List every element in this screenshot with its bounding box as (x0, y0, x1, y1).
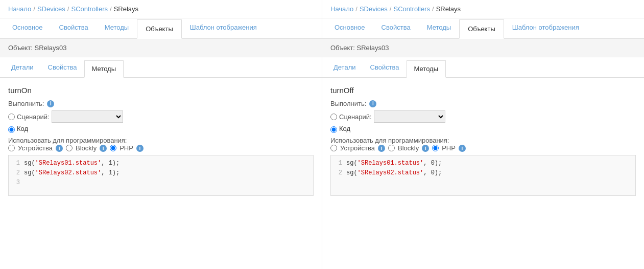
sub-tabs: ДеталиСвойстваМетоды (0, 59, 322, 78)
breadcrumb: Начало/SDevices/SControllers/SRelays (322, 0, 644, 18)
breadcrumb-separator: / (67, 5, 69, 13)
execute-label: Выполнить: (330, 100, 366, 107)
prog-label-устройства: Устройства (340, 144, 375, 152)
sub-tab-свойства[interactable]: Свойства (41, 59, 84, 78)
radio-code[interactable] (330, 126, 337, 133)
scenario-row: Сценарий: (330, 110, 636, 123)
breadcrumb-item-1[interactable]: SDevices (360, 5, 388, 13)
sub-tab-свойства[interactable]: Свойства (363, 59, 407, 78)
line-number: 2 (13, 168, 20, 178)
tab-объекты[interactable]: Объекты (137, 19, 182, 39)
code-label: Код (17, 125, 28, 132)
code-text: sg('SRelays02.status', 0); (346, 168, 442, 178)
breadcrumb-item-1[interactable]: SDevices (37, 5, 65, 13)
code-label: Код (339, 125, 350, 132)
object-title: Объект: SRelays03 (0, 39, 322, 57)
prog-label-blockly: Blockly (398, 144, 419, 152)
tab-методы[interactable]: Методы (97, 18, 137, 39)
info-icon-blockly[interactable]: i (100, 145, 107, 152)
programming-options-row: УстройстваiBlocklyiPHPi (330, 144, 636, 152)
radio-prog-устройства[interactable] (8, 145, 15, 151)
code-text: sg('SRelays01.status', 0); (346, 159, 442, 168)
method-title: turnOn (8, 86, 314, 95)
breadcrumb-separator: / (432, 5, 434, 13)
radio-prog-php[interactable] (432, 145, 439, 151)
info-icon-устройства[interactable]: i (378, 145, 385, 152)
panel-left: Начало/SDevices/SControllers/SRelaysОсно… (0, 0, 322, 269)
breadcrumb-separator: / (355, 5, 357, 13)
line-number: 1 (13, 159, 20, 168)
info-icon-php[interactable]: i (136, 145, 144, 152)
execute-info-icon[interactable]: i (369, 100, 376, 107)
execute-info-icon[interactable]: i (47, 100, 54, 107)
main-container: Начало/SDevices/SControllers/SRelaysОсно… (0, 0, 644, 269)
code-line: 2sg('SRelays02.status', 0); (335, 168, 631, 178)
line-number: 1 (335, 159, 342, 168)
use-for-label: Использовать для программирования: (8, 137, 314, 144)
tab-свойства[interactable]: Свойства (51, 18, 97, 39)
panel-right: Начало/SDevices/SControllers/SRelaysОсно… (322, 0, 644, 269)
sub-tab-детали[interactable]: Детали (326, 59, 363, 78)
scenario-select[interactable] (374, 110, 445, 123)
sub-tabs: ДеталиСвойстваМетоды (322, 59, 644, 78)
scenario-row: Сценарий: (8, 110, 314, 123)
tab-свойства[interactable]: Свойства (373, 18, 419, 39)
breadcrumb-item-0[interactable]: Начало (8, 5, 31, 13)
breadcrumb-item-3: SRelays (436, 5, 461, 13)
code-line: 2sg('SRelays02.status', 1); (13, 168, 309, 178)
info-icon-php[interactable]: i (459, 145, 466, 152)
tab-методы[interactable]: Методы (419, 18, 459, 39)
breadcrumb-item-0[interactable]: Начало (330, 5, 353, 13)
scenario-select[interactable] (52, 110, 123, 123)
method-content: turnOnВыполнить:iСценарий:КодИспользоват… (0, 78, 322, 269)
prog-label-php: PHP (120, 144, 133, 152)
use-for-label: Использовать для программирования: (330, 137, 636, 144)
prog-label-устройства: Устройства (18, 144, 53, 152)
breadcrumb-item-3: SRelays (114, 5, 138, 13)
code-text: sg('SRelays01.status', 1); (24, 159, 120, 168)
info-icon-устройства[interactable]: i (56, 145, 63, 152)
code-radio-row: Код (330, 125, 636, 134)
main-tabs: ОсновноеСвойстваМетодыОбъектыШаблон отоб… (0, 18, 322, 39)
prog-label-blockly: Blockly (76, 144, 97, 152)
sub-tab-методы[interactable]: Методы (84, 60, 124, 78)
method-title: turnOff (330, 86, 636, 95)
tab-основное[interactable]: Основное (4, 18, 51, 39)
main-tabs: ОсновноеСвойстваМетодыОбъектыШаблон отоб… (322, 18, 644, 39)
programming-options-row: УстройстваiBlocklyiPHPi (8, 144, 314, 152)
breadcrumb-item-2[interactable]: SControllers (71, 5, 108, 13)
tab-шаблон-отображения[interactable]: Шаблон отображения (504, 18, 587, 39)
breadcrumb-separator: / (33, 5, 35, 13)
sub-tab-детали[interactable]: Детали (4, 59, 41, 78)
tab-объекты[interactable]: Объекты (459, 19, 504, 39)
execute-label: Выполнить: (8, 100, 44, 107)
line-number: 3 (13, 178, 20, 188)
radio-code[interactable] (8, 126, 15, 133)
radio-scenario[interactable] (330, 114, 337, 120)
radio-prog-php[interactable] (110, 145, 116, 151)
tab-шаблон-отображения[interactable]: Шаблон отображения (182, 18, 265, 39)
breadcrumb: Начало/SDevices/SControllers/SRelays (0, 0, 322, 18)
prog-label-php: PHP (442, 144, 456, 152)
scenario-label: Сценарий: (339, 113, 372, 121)
code-block[interactable]: 1sg('SRelays01.status', 0);2sg('SRelays0… (330, 155, 636, 196)
sub-tab-методы[interactable]: Методы (407, 60, 446, 78)
breadcrumb-separator: / (110, 5, 112, 13)
code-block[interactable]: 1sg('SRelays01.status', 1);2sg('SRelays0… (8, 155, 314, 196)
info-icon-blockly[interactable]: i (422, 145, 429, 152)
radio-prog-устройства[interactable] (330, 145, 337, 151)
line-number: 2 (335, 168, 342, 178)
execute-row: Выполнить:i (8, 100, 314, 107)
execute-row: Выполнить:i (330, 100, 636, 107)
code-line: 1sg('SRelays01.status', 0); (335, 159, 631, 168)
breadcrumb-item-2[interactable]: SControllers (393, 5, 430, 13)
tab-основное[interactable]: Основное (326, 18, 373, 39)
radio-prog-blockly[interactable] (388, 145, 395, 151)
method-content: turnOffВыполнить:iСценарий:КодИспользова… (322, 78, 644, 269)
code-line: 1sg('SRelays01.status', 1); (13, 159, 309, 168)
radio-prog-blockly[interactable] (66, 145, 73, 151)
scenario-label: Сценарий: (17, 113, 50, 121)
breadcrumb-separator: / (390, 5, 392, 13)
code-text: sg('SRelays02.status', 1); (24, 168, 120, 178)
radio-scenario[interactable] (8, 114, 15, 120)
